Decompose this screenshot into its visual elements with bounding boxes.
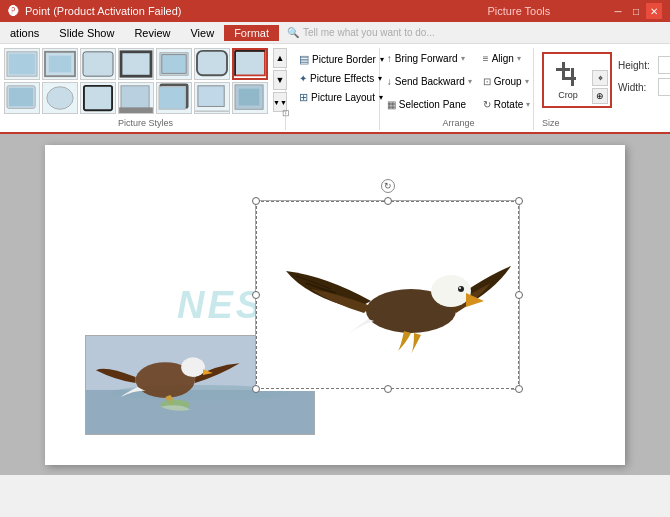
handle-tm[interactable]: [384, 197, 392, 205]
menu-slideshow[interactable]: Slide Show: [49, 25, 124, 41]
picture-border-section: ▤ Picture Border ▾ ✦ Picture Effects ▾ ⊞…: [290, 48, 380, 130]
pic-style-2[interactable]: [42, 48, 78, 80]
eagle-image[interactable]: ↻: [255, 200, 520, 390]
send-backward-dropdown[interactable]: ▾: [468, 77, 472, 86]
svg-rect-26: [571, 68, 574, 86]
menu-review[interactable]: Review: [124, 25, 180, 41]
svg-rect-27: [556, 68, 570, 71]
svg-point-36: [431, 275, 471, 307]
picture-border-section-label: [294, 128, 375, 130]
align-dropdown[interactable]: ▾: [517, 54, 521, 63]
bring-forward-btn[interactable]: ↑ Bring Forward ▾: [382, 50, 477, 67]
maximize-button[interactable]: □: [628, 3, 644, 19]
picture-border-icon: ▤: [299, 53, 309, 66]
svg-rect-19: [159, 87, 185, 110]
width-row: Width:: [618, 78, 670, 96]
handle-tl[interactable]: [252, 197, 260, 205]
rotate-icon: ↻: [483, 99, 491, 110]
selection-pane-icon: ▦: [387, 99, 396, 110]
title-bar: 🅟 Point (Product Activation Failed) Pict…: [0, 0, 670, 22]
svg-rect-4: [83, 52, 113, 76]
pic-style-1[interactable]: [4, 48, 40, 80]
svg-point-14: [47, 87, 73, 110]
picture-styles-grid: [4, 48, 268, 114]
crop-extra-2[interactable]: ⊕: [592, 88, 608, 104]
size-label: Size: [542, 118, 660, 130]
menu-format[interactable]: Format: [224, 25, 279, 41]
app-icon: 🅟: [8, 5, 19, 17]
handle-br[interactable]: [515, 385, 523, 393]
pic-style-13[interactable]: [194, 82, 230, 114]
pic-style-3[interactable]: [80, 48, 116, 80]
bring-forward-icon: ↑: [387, 53, 392, 64]
styles-scroll-down[interactable]: ▼: [273, 70, 287, 90]
svg-rect-8: [197, 51, 227, 75]
send-backward-btn[interactable]: ↓ Send Backward ▾: [382, 73, 477, 90]
crop-icon: [554, 60, 582, 88]
svg-point-38: [459, 287, 461, 289]
width-label: Width:: [618, 82, 654, 93]
picture-effects-btn[interactable]: ✦ Picture Effects ▾: [294, 70, 375, 87]
slide-canvas[interactable]: NESABAMEDIA: [45, 145, 625, 465]
svg-rect-7: [162, 55, 186, 74]
pic-style-5[interactable]: [156, 48, 192, 80]
svg-rect-13: [9, 88, 33, 107]
svg-rect-15: [84, 86, 112, 110]
picture-styles-label: Picture Styles: [118, 118, 173, 130]
pic-style-7[interactable]: [232, 48, 268, 80]
handle-bm[interactable]: [384, 385, 392, 393]
picture-layout-btn[interactable]: ⊞ Picture Layout ▾: [294, 88, 375, 107]
width-input[interactable]: [658, 78, 670, 96]
rotate-dropdown[interactable]: ▾: [526, 100, 530, 109]
pic-style-4[interactable]: [118, 48, 154, 80]
menu-animations[interactable]: ations: [0, 25, 49, 41]
group-icon: ⊡: [483, 76, 491, 87]
picture-border-btn[interactable]: ▤ Picture Border ▾: [294, 50, 375, 69]
rotate-handle[interactable]: ↻: [381, 179, 395, 193]
handle-tr[interactable]: [515, 197, 523, 205]
pic-style-14[interactable]: [232, 82, 268, 114]
picture-styles-expand[interactable]: ⊡: [282, 108, 290, 118]
menu-view[interactable]: View: [180, 25, 224, 41]
crop-extra-1[interactable]: ⌖: [592, 70, 608, 86]
rotate-btn[interactable]: ↻ Rotate ▾: [478, 96, 535, 113]
flying-eagle-svg: [256, 201, 511, 391]
menu-bar: ations Slide Show Review View Format 🔍 T…: [0, 22, 670, 44]
bring-forward-dropdown[interactable]: ▾: [461, 54, 465, 63]
handle-mr[interactable]: [515, 291, 523, 299]
svg-rect-23: [239, 89, 260, 106]
pic-style-9[interactable]: [42, 82, 78, 114]
height-label: Height:: [618, 60, 654, 71]
svg-point-32: [181, 357, 205, 377]
pic-style-6[interactable]: [194, 48, 230, 80]
styles-scroll-up[interactable]: ▲: [273, 48, 287, 68]
minimize-button[interactable]: ─: [610, 3, 626, 19]
handle-ml[interactable]: [252, 291, 260, 299]
crop-btn-area[interactable]: Crop: [546, 56, 590, 104]
height-row: Height:: [618, 56, 670, 74]
pic-style-11[interactable]: [118, 82, 154, 114]
align-btn[interactable]: ≡ Align ▾: [478, 50, 535, 67]
pic-style-12[interactable]: [156, 82, 192, 114]
align-icon: ≡: [483, 53, 489, 64]
tell-me-text[interactable]: Tell me what you want to do...: [303, 27, 435, 38]
arrange-section: ↑ Bring Forward ▾ ≡ Align ▾ ↓ Send Backw…: [384, 48, 534, 130]
crop-highlight-box: Crop ⌖ ⊕: [542, 52, 612, 108]
title-text: Point (Product Activation Failed): [25, 5, 182, 17]
selection-pane-btn[interactable]: ▦ Selection Pane: [382, 96, 477, 113]
handle-bl[interactable]: [252, 385, 260, 393]
pic-style-10[interactable]: [80, 82, 116, 114]
svg-rect-20: [198, 86, 224, 107]
svg-rect-16: [121, 86, 149, 110]
picture-tools-label: Picture Tools: [488, 5, 551, 17]
slide-area: NESABAMEDIA: [0, 134, 670, 475]
svg-rect-5: [121, 52, 151, 76]
height-input[interactable]: [658, 56, 670, 74]
pic-style-8[interactable]: [4, 82, 40, 114]
crop-label: Crop: [558, 90, 578, 100]
group-btn[interactable]: ⊡ Group ▾: [478, 73, 535, 90]
close-button[interactable]: ✕: [646, 3, 662, 19]
picture-styles-section: ▲ ▼ ▼▼ Picture Styles ⊡: [6, 48, 286, 130]
picture-effects-icon: ✦: [299, 73, 307, 84]
group-dropdown[interactable]: ▾: [525, 77, 529, 86]
